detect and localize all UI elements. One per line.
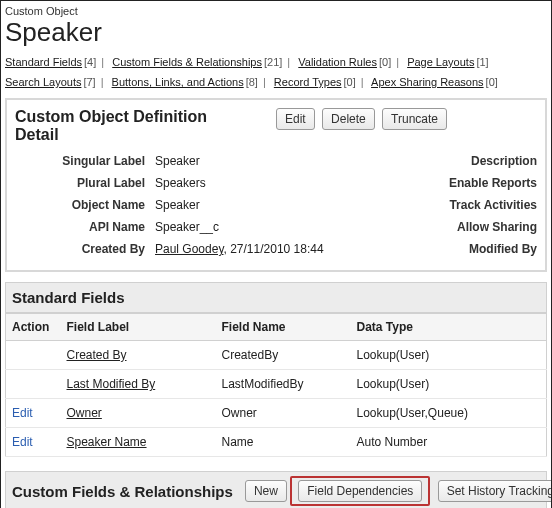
label-enable-reports: Enable Reports (427, 176, 537, 190)
table-row: Last Modified ByLastModifiedByLookup(Use… (6, 370, 547, 399)
edit-link[interactable]: Edit (12, 435, 33, 449)
table-row: EditSpeaker NameNameAuto Number (6, 428, 547, 457)
field-name: Name (216, 428, 351, 457)
row-action (6, 341, 61, 370)
row-action: Edit (6, 399, 61, 428)
label-track-activities: Track Activities (427, 198, 537, 212)
eyebrow: Custom Object (5, 5, 547, 17)
data-type: Lookup(User) (351, 370, 547, 399)
table-row: Created ByCreatedByLookup(User) (6, 341, 547, 370)
field-label-link[interactable]: Speaker Name (67, 435, 147, 449)
value-created-by: Paul Goodey, 27/11/2010 18:44 (155, 242, 427, 256)
standard-fields-title: Standard Fields (12, 289, 125, 306)
custom-fields-header: Custom Fields & Relationships New Field … (5, 471, 547, 508)
edit-button[interactable]: Edit (276, 108, 315, 130)
value-singular: Speaker (155, 154, 427, 168)
col-action: Action (6, 314, 61, 341)
standard-fields-header: Standard Fields (5, 282, 547, 313)
anchor-search-layouts[interactable]: Search Layouts (5, 76, 81, 88)
detail-title: Custom Object Definition Detail (15, 108, 225, 144)
anchor-apex-sharing[interactable]: Apex Sharing Reasons (371, 76, 484, 88)
detail-panel: Custom Object Definition Detail Edit Del… (5, 98, 547, 272)
data-type: Lookup(User,Queue) (351, 399, 547, 428)
created-by-user-link[interactable]: Paul Goodey (155, 242, 224, 256)
created-by-date: , 27/11/2010 18:44 (224, 242, 324, 256)
delete-button[interactable]: Delete (322, 108, 375, 130)
anchor-record-types[interactable]: Record Types (274, 76, 342, 88)
anchor-validation-rules[interactable]: Validation Rules (298, 56, 377, 68)
field-name: CreatedBy (216, 341, 351, 370)
anchor-page-layouts[interactable]: Page Layouts (407, 56, 474, 68)
anchor-buttons-links-actions[interactable]: Buttons, Links, and Actions (112, 76, 244, 88)
page-title: Speaker (5, 17, 547, 48)
col-data-type: Data Type (351, 314, 547, 341)
col-field-label: Field Label (61, 314, 216, 341)
truncate-button[interactable]: Truncate (382, 108, 447, 130)
label-plural: Plural Label (15, 176, 155, 190)
label-object-name: Object Name (15, 198, 155, 212)
label-description: Description (427, 154, 537, 168)
edit-link[interactable]: Edit (12, 406, 33, 420)
set-history-tracking-button[interactable]: Set History Tracking (438, 480, 552, 502)
detail-buttons: Edit Delete Truncate (272, 108, 447, 130)
field-label-link[interactable]: Owner (67, 406, 102, 420)
label-created-by: Created By (15, 242, 155, 256)
section-anchor-links: Standard Fields[4]| Custom Fields & Rela… (5, 52, 547, 92)
field-name: Owner (216, 399, 351, 428)
custom-fields-title: Custom Fields & Relationships (12, 483, 241, 500)
field-label-link[interactable]: Created By (67, 348, 127, 362)
label-allow-sharing: Allow Sharing (427, 220, 537, 234)
value-api-name: Speaker__c (155, 220, 427, 234)
label-api-name: API Name (15, 220, 155, 234)
data-type: Auto Number (351, 428, 547, 457)
field-name: LastModifiedBy (216, 370, 351, 399)
row-action: Edit (6, 428, 61, 457)
data-type: Lookup(User) (351, 341, 547, 370)
anchor-custom-fields[interactable]: Custom Fields & Relationships (112, 56, 262, 68)
label-modified-by: Modified By (427, 242, 537, 256)
field-dependencies-button[interactable]: Field Dependencies (298, 480, 422, 502)
label-singular: Singular Label (15, 154, 155, 168)
value-object-name: Speaker (155, 198, 427, 212)
col-field-name: Field Name (216, 314, 351, 341)
field-dependencies-highlight: Field Dependencies (290, 476, 430, 506)
value-plural: Speakers (155, 176, 427, 190)
row-action (6, 370, 61, 399)
table-row: EditOwnerOwnerLookup(User,Queue) (6, 399, 547, 428)
field-label-link[interactable]: Last Modified By (67, 377, 156, 391)
anchor-standard-fields[interactable]: Standard Fields (5, 56, 82, 68)
standard-fields-table: Action Field Label Field Name Data Type … (5, 313, 547, 457)
new-button[interactable]: New (245, 480, 287, 502)
